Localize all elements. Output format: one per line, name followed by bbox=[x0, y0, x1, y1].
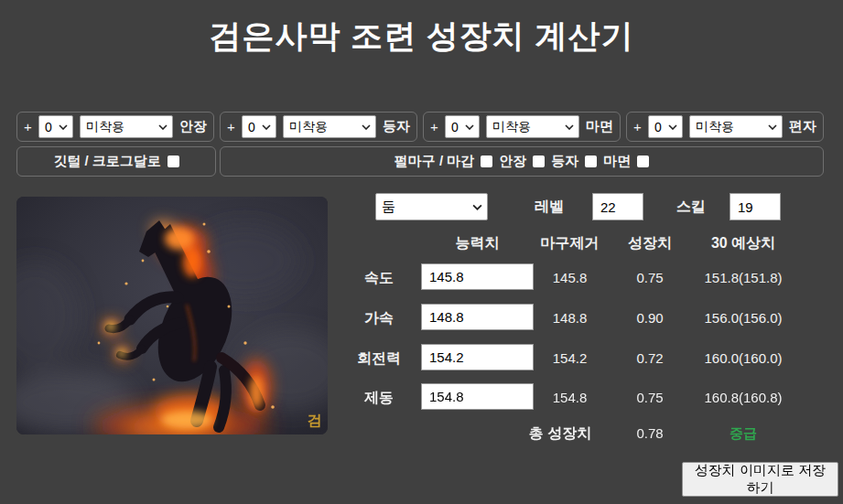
skill-label: 스킬 bbox=[654, 198, 728, 217]
pearl-saddle-checkbox[interactable] bbox=[533, 155, 545, 167]
accel-input[interactable] bbox=[421, 304, 534, 330]
saddle-label: 안장 bbox=[179, 118, 207, 135]
pearl-champron-label: 마면 bbox=[603, 153, 631, 170]
brake-growth: 0.75 bbox=[615, 390, 685, 405]
horseshoe-enhance-select[interactable]: 0 bbox=[648, 115, 683, 138]
feather-checkbox[interactable] bbox=[168, 155, 179, 167]
page-title: 검은사막 조련 성장치 계산기 bbox=[0, 15, 843, 58]
chevron-down-icon bbox=[262, 124, 271, 130]
feather-option-box: 깃털 / 크로그달로 bbox=[16, 146, 216, 177]
pearl-stirrup-label: 등자 bbox=[551, 153, 578, 170]
stirrup-state-value: 미착용 bbox=[289, 119, 328, 135]
stirrup-state-select[interactable]: 미착용 bbox=[283, 115, 376, 138]
stirrup-enhance-select[interactable]: 0 bbox=[242, 115, 276, 138]
accel-removed: 148.8 bbox=[531, 310, 609, 326]
pearl-saddle-label: 안장 bbox=[499, 153, 526, 170]
accel-forecast: 156.0(156.0) bbox=[683, 310, 804, 326]
stat-label-brake: 제동 bbox=[346, 389, 412, 408]
chevron-down-icon bbox=[668, 124, 677, 130]
turn-input[interactable] bbox=[421, 344, 534, 370]
image-watermark: 검 bbox=[308, 413, 322, 428]
champron-enhance-value: 0 bbox=[451, 120, 459, 134]
gear-box-champron: + 0 미착용 마면 bbox=[423, 112, 621, 142]
speed-removed: 145.8 bbox=[531, 270, 609, 285]
speed-forecast: 151.8(151.8) bbox=[683, 270, 804, 285]
chevron-down-icon bbox=[158, 124, 168, 130]
saddle-state-select[interactable]: 미착용 bbox=[80, 115, 173, 138]
horseshoe-label: 편자 bbox=[789, 118, 816, 135]
saddle-enhance-value: 0 bbox=[45, 120, 52, 134]
plus-sign: + bbox=[227, 119, 235, 134]
speed-growth: 0.75 bbox=[615, 270, 685, 285]
skill-input[interactable] bbox=[730, 193, 781, 220]
horse-image: 검 bbox=[16, 197, 328, 434]
saddle-enhance-select[interactable]: 0 bbox=[38, 115, 73, 138]
level-input[interactable] bbox=[592, 193, 643, 220]
horseshoe-state-value: 미착용 bbox=[696, 119, 734, 135]
level-label: 레벨 bbox=[513, 198, 586, 217]
turn-growth: 0.72 bbox=[615, 350, 685, 366]
stat-label-turn: 회전력 bbox=[346, 349, 412, 369]
feather-label: 깃털 / 크로그달로 bbox=[53, 153, 161, 170]
header-stat: 능력치 bbox=[421, 234, 534, 253]
save-image-button[interactable]: 성장치 이미지로 저장하기 bbox=[682, 462, 838, 497]
total-growth-label: 총 성장치 bbox=[499, 424, 621, 444]
horse-type-value: 둠 bbox=[382, 198, 395, 216]
champron-label: 마면 bbox=[586, 118, 613, 135]
gear-box-stirrup: + 0 미착용 등자 bbox=[220, 112, 417, 142]
champron-state-value: 미착용 bbox=[492, 119, 531, 135]
header-growth: 성장치 bbox=[615, 234, 685, 253]
stat-label-accel: 가속 bbox=[346, 309, 412, 328]
gear-box-saddle: + 0 미착용 안장 bbox=[16, 112, 214, 142]
champron-enhance-select[interactable]: 0 bbox=[445, 115, 480, 138]
brake-removed: 154.8 bbox=[531, 390, 609, 405]
pearl-gear-option-box: 펄마구 / 마갑 안장 등자 마면 bbox=[220, 146, 824, 177]
stirrup-label: 등자 bbox=[383, 118, 410, 135]
plus-sign: + bbox=[24, 119, 32, 134]
brake-forecast: 160.8(160.8) bbox=[683, 390, 804, 405]
turn-forecast: 160.0(160.0) bbox=[683, 350, 804, 366]
saddle-state-value: 미착용 bbox=[86, 119, 124, 135]
horseshoe-state-select[interactable]: 미착용 bbox=[689, 115, 783, 138]
header-removed: 마구제거 bbox=[531, 234, 609, 253]
speed-input[interactable] bbox=[421, 263, 534, 290]
turn-removed: 154.2 bbox=[531, 350, 609, 366]
champron-state-select[interactable]: 미착용 bbox=[486, 115, 579, 138]
brake-input[interactable] bbox=[421, 383, 534, 410]
pearl-prefix-label: 펄마구 / 마갑 bbox=[394, 153, 475, 170]
horseshoe-enhance-value: 0 bbox=[654, 120, 662, 134]
chevron-down-icon bbox=[472, 204, 482, 210]
chevron-down-icon bbox=[362, 124, 371, 130]
chevron-down-icon bbox=[465, 124, 474, 130]
gear-box-horseshoe: + 0 미착용 편자 bbox=[626, 112, 824, 142]
plus-sign: + bbox=[430, 119, 438, 134]
pearl-barding-checkbox[interactable] bbox=[481, 155, 492, 167]
plus-sign: + bbox=[633, 119, 642, 134]
stirrup-enhance-value: 0 bbox=[248, 120, 255, 134]
horse-type-select[interactable]: 둠 bbox=[375, 193, 488, 220]
fiery-horse-illustration: 검 bbox=[16, 197, 328, 434]
pearl-champron-checkbox[interactable] bbox=[637, 155, 649, 167]
total-growth-value: 0.78 bbox=[615, 425, 685, 441]
accel-growth: 0.90 bbox=[615, 310, 685, 326]
header-forecast: 30 예상치 bbox=[683, 234, 804, 253]
chevron-down-icon bbox=[59, 124, 68, 130]
growth-grade-badge: 중급 bbox=[683, 425, 804, 443]
stat-label-speed: 속도 bbox=[346, 269, 412, 288]
chevron-down-icon bbox=[565, 124, 574, 130]
chevron-down-icon bbox=[768, 124, 777, 130]
pearl-stirrup-checkbox[interactable] bbox=[585, 155, 597, 167]
